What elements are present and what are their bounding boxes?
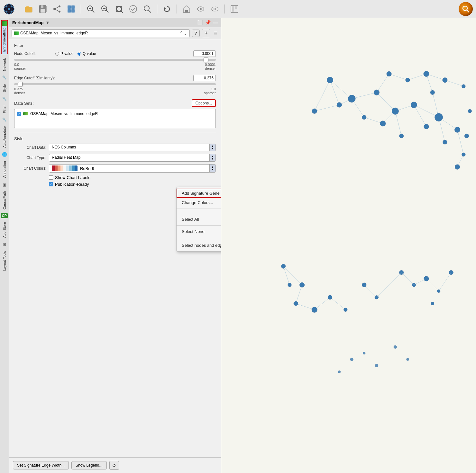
sep4 <box>177 4 177 13</box>
causalpath-icon[interactable]: CP <box>1 213 8 218</box>
search-btn[interactable] <box>142 3 153 15</box>
em-panel-toolbar: GSEAMap_Mesen_vs_Immuno_edgeR ⌃⌄ ? + ≡ <box>9 27 221 39</box>
menu-item-add-signature[interactable]: Add Signature Gene Sets... <box>177 189 221 198</box>
chart-colors-arrows[interactable]: ▲▼ <box>209 165 215 172</box>
pin-icon[interactable]: 📌 <box>205 20 211 25</box>
dataset-selector[interactable]: GSEAMap_Mesen_vs_Immuno_edgeR ⌃⌄ <box>12 29 190 37</box>
svg-rect-35 <box>232 6 234 12</box>
zoom-in-btn[interactable] <box>85 3 96 15</box>
sidebar-tab-style[interactable]: Style <box>1 82 8 94</box>
save-btn[interactable] <box>37 3 49 15</box>
style-section-label: Style <box>14 136 216 141</box>
options-button[interactable]: Options... <box>192 99 216 107</box>
menu-item-remove-signature <box>177 236 221 241</box>
panel-title: EnrichmentMap <box>12 20 44 25</box>
dataset-checkbox-0[interactable]: ✓ <box>17 112 21 116</box>
eye2-btn[interactable] <box>209 3 221 15</box>
share-btn[interactable] <box>51 3 63 15</box>
svg-point-102 <box>344 308 348 312</box>
svg-point-118 <box>363 352 365 354</box>
chart-colors-select[interactable]: RdBu-9 ▲▼ <box>49 164 216 173</box>
refresh-btn[interactable] <box>161 3 173 15</box>
home-btn[interactable] <box>181 3 192 15</box>
fit-btn[interactable] <box>113 3 125 15</box>
logo-icon <box>3 3 15 15</box>
svg-rect-14 <box>71 5 75 9</box>
cutoff-radio-group: P-value Q-value <box>55 51 191 56</box>
maximize-icon[interactable]: ⬜ <box>197 20 203 25</box>
sidebar-tab-enrichmentmap[interactable]: EnrichmentMap <box>2 27 7 52</box>
chart-colors-value: RdBu-9 <box>80 166 94 171</box>
sep3 <box>157 4 157 13</box>
chart-type-arrows[interactable]: ▲▼ <box>209 154 215 161</box>
sidebar-tab-annotation[interactable]: Annotation <box>1 158 8 181</box>
export-btn[interactable] <box>229 3 240 15</box>
svg-line-11 <box>55 7 59 9</box>
publication-label: Publication-Ready <box>55 182 89 187</box>
edge-cutoff-slider-thumb[interactable] <box>18 82 23 86</box>
panel-title-arrow[interactable]: ▼ <box>46 20 50 25</box>
network-panel <box>221 18 476 473</box>
svg-point-70 <box>406 78 410 82</box>
chart-data-select[interactable]: NES Columns ▲▼ <box>49 144 216 151</box>
sidebar-tab-causalpath[interactable]: CausalPath <box>1 189 8 212</box>
menu-item-highlight-datasets[interactable]: Select nodes and edges from selected dat… <box>177 241 221 250</box>
svg-point-37 <box>463 6 467 11</box>
show-labels-checkbox[interactable] <box>49 175 53 180</box>
add-dataset-btn[interactable]: + <box>202 29 210 37</box>
sidebar-tab-network[interactable]: Network <box>1 56 8 74</box>
node-cutoff-label: Node Cutoff: <box>14 51 53 56</box>
rdbu-palette <box>52 165 78 171</box>
search-special-btn[interactable] <box>459 2 473 16</box>
menu-item-select-nodes-edges[interactable]: Select None <box>177 227 221 236</box>
svg-point-75 <box>435 113 443 121</box>
chart-data-value: NES Columns <box>49 144 209 151</box>
svg-rect-36 <box>235 6 237 9</box>
edge-cutoff-slider-labels: 0.375 1.0 <box>14 87 216 91</box>
menu-item-change-colors[interactable]: Change Colors... <box>177 198 221 207</box>
svg-point-84 <box>399 134 404 138</box>
eye1-btn[interactable] <box>195 3 206 15</box>
svg-point-76 <box>443 77 447 82</box>
svg-point-3 <box>8 8 10 10</box>
edge-cutoff-label: Edge Cutoff (Similarity): <box>14 76 191 80</box>
edge-cutoff-slider-track[interactable] <box>14 83 216 85</box>
sep2 <box>81 4 81 13</box>
zoom-out-btn[interactable] <box>99 3 111 15</box>
dataset-item-0[interactable]: ✓ GSEAMap_Mesen_vs_Immuno_edgeR <box>16 111 214 117</box>
chart-type-select[interactable]: Radial Heat Map ▲▼ <box>49 154 216 162</box>
sidebar-tab-layouttools[interactable]: Layout Tools <box>1 248 8 273</box>
pvalue-circle <box>55 52 59 56</box>
check-btn[interactable] <box>127 3 139 15</box>
help-btn[interactable]: ? <box>192 30 200 37</box>
close-icon[interactable]: — <box>213 20 218 25</box>
open-btn[interactable] <box>23 3 34 15</box>
qvalue-radio[interactable]: Q-value <box>78 51 96 56</box>
svg-rect-6 <box>41 5 43 8</box>
svg-point-33 <box>214 8 216 10</box>
sidebar-tab-appstore[interactable]: App Store <box>1 219 8 240</box>
panel-menu-btn[interactable]: ≡ <box>212 30 218 37</box>
node-cutoff-slider-track[interactable] <box>14 59 216 61</box>
refresh-style-btn[interactable]: ↺ <box>109 461 119 470</box>
node-cutoff-value[interactable]: 0.0001 <box>193 50 216 57</box>
selector-arrow[interactable]: ⌃⌄ <box>179 30 188 36</box>
svg-point-100 <box>312 307 317 312</box>
publication-checkbox[interactable]: ✓ <box>49 182 53 186</box>
node-cutoff-slider-thumb[interactable] <box>204 58 208 62</box>
dataset-color-icon <box>14 31 19 35</box>
edge-cutoff-value[interactable]: 0.375 <box>193 75 216 81</box>
show-legend-btn[interactable]: Show Legend... <box>71 461 106 469</box>
chart-data-arrows[interactable]: ▲▼ <box>209 144 215 151</box>
pvalue-radio[interactable]: P-value <box>55 51 74 56</box>
set-signature-btn[interactable]: Set Signature Edge Width... <box>13 461 69 469</box>
style-section: Style Chart Data: NES Columns ▲▼ Chart T… <box>14 133 216 187</box>
svg-line-38 <box>467 10 469 12</box>
svg-point-96 <box>281 264 286 269</box>
svg-point-73 <box>424 124 429 129</box>
menu-item-select-none[interactable]: Select All <box>177 215 221 224</box>
bottom-buttons-bar: Set Signature Edge Width... Show Legend.… <box>9 457 221 473</box>
sidebar-tab-autoannotate[interactable]: AutoAnnotate <box>1 124 8 150</box>
sidebar-tab-filter[interactable]: Filter <box>1 103 8 116</box>
grid-btn[interactable] <box>65 3 77 15</box>
